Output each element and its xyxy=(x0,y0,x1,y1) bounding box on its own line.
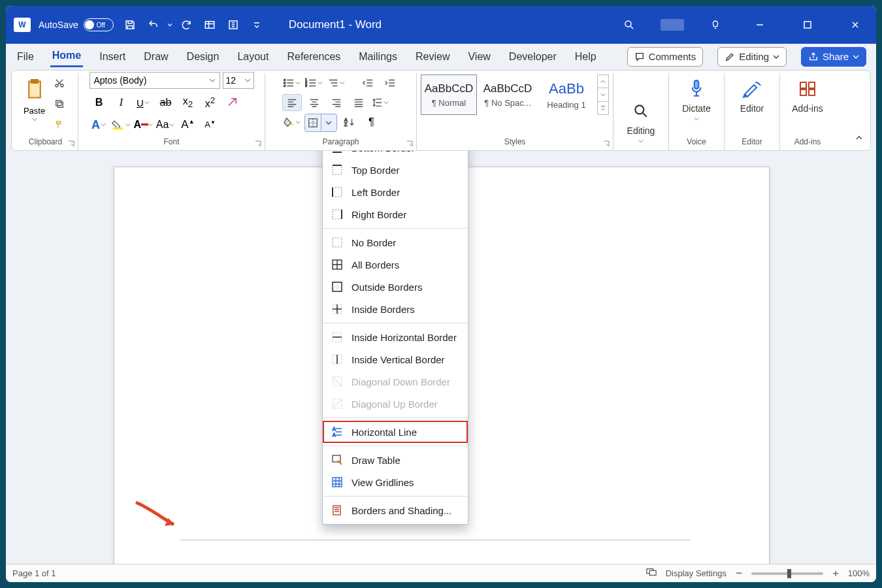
align-center-icon[interactable] xyxy=(304,94,324,111)
menu-inside-horizontal[interactable]: Inside Horizontal Border xyxy=(323,326,468,348)
autosave[interactable]: AutoSave Off xyxy=(39,18,114,31)
bullets-icon[interactable] xyxy=(282,74,302,91)
undo-icon[interactable] xyxy=(144,15,163,35)
zoom-out-icon[interactable]: − xyxy=(736,566,743,580)
highlight-icon[interactable] xyxy=(112,116,131,133)
menu-draw-table[interactable]: Draw Table xyxy=(323,449,468,471)
change-case-button[interactable]: Aa xyxy=(156,116,176,133)
dictate-button[interactable]: Dictate xyxy=(673,74,720,125)
menu-all-borders[interactable]: All Borders xyxy=(323,253,468,276)
zoom-slider[interactable] xyxy=(751,572,823,575)
dialog-launcher-icon[interactable] xyxy=(254,140,262,148)
tab-draw[interactable]: Draw xyxy=(142,47,170,67)
menu-right-border[interactable]: Right Border xyxy=(323,203,468,225)
editor-button[interactable]: Editor xyxy=(728,74,776,118)
zoom-in-icon[interactable]: + xyxy=(832,568,838,580)
undo-dropdown-icon[interactable] xyxy=(167,15,172,35)
menu-top-border[interactable]: Top Border xyxy=(323,159,468,181)
dialog-launcher-icon[interactable] xyxy=(406,140,414,148)
subscript-button[interactable]: x2 xyxy=(178,94,198,111)
zoom-thumb[interactable] xyxy=(787,569,791,578)
style-gallery-scroll[interactable] xyxy=(597,74,609,115)
tab-file[interactable]: File xyxy=(15,47,36,67)
status-page[interactable]: Page 1 of 1 xyxy=(12,568,56,578)
menu-borders-shading[interactable]: Borders and Shading... xyxy=(323,499,468,521)
share-button[interactable]: Share xyxy=(801,47,866,67)
dialog-launcher-icon[interactable] xyxy=(67,140,75,148)
style-scroll-more-icon[interactable] xyxy=(598,102,608,114)
comments-button[interactable]: Comments xyxy=(627,47,704,67)
menu-left-border[interactable]: Left Border xyxy=(323,181,468,203)
line-spacing-icon[interactable] xyxy=(371,94,391,111)
increase-indent-icon[interactable] xyxy=(380,74,400,91)
bold-button[interactable]: B xyxy=(90,94,109,111)
borders-icon[interactable] xyxy=(305,114,321,131)
editing-button[interactable]: Editing xyxy=(617,97,664,148)
addins-button[interactable]: Add-ins xyxy=(784,74,831,118)
close-button[interactable] xyxy=(842,15,868,35)
shading-icon[interactable] xyxy=(282,114,302,131)
tab-mailings[interactable]: Mailings xyxy=(357,47,399,67)
menu-horizontal-line[interactable]: AA Horizontal Line xyxy=(323,421,468,443)
align-left-icon[interactable] xyxy=(282,94,302,111)
text-effects-icon[interactable]: A xyxy=(90,116,109,133)
tab-developer[interactable]: Developer xyxy=(507,47,559,67)
borders-split-button[interactable] xyxy=(304,114,337,132)
save-icon[interactable] xyxy=(120,15,140,35)
cut-icon[interactable] xyxy=(50,74,69,91)
tab-review[interactable]: Review xyxy=(414,47,451,67)
tab-design[interactable]: Design xyxy=(185,47,221,67)
font-name-combo[interactable]: Aptos (Body) xyxy=(90,72,220,89)
search-icon[interactable] xyxy=(619,15,639,35)
decrease-indent-icon[interactable] xyxy=(358,74,378,91)
tab-help[interactable]: Help xyxy=(573,47,598,67)
underline-button[interactable]: U xyxy=(134,94,154,111)
italic-button[interactable]: I xyxy=(112,94,131,111)
style-scroll-up-icon[interactable] xyxy=(598,75,608,88)
superscript-button[interactable]: x2 xyxy=(201,94,220,111)
menu-inside-borders[interactable]: Inside Borders xyxy=(323,298,468,320)
tab-home[interactable]: Home xyxy=(50,46,83,67)
justify-icon[interactable] xyxy=(349,94,368,111)
maximize-button[interactable] xyxy=(794,15,821,35)
multilevel-icon[interactable] xyxy=(327,74,346,91)
style-normal[interactable]: AaBbCcD ¶ Normal xyxy=(421,74,477,115)
account-placeholder[interactable] xyxy=(661,19,684,31)
menu-outside-borders[interactable]: Outside Borders xyxy=(323,276,468,298)
autosave-toggle[interactable]: Off xyxy=(84,18,114,31)
style-scroll-down-icon[interactable] xyxy=(598,88,608,101)
collapse-ribbon-icon[interactable] xyxy=(855,133,864,145)
customize-qat-icon[interactable] xyxy=(247,15,267,35)
editing-mode-button[interactable]: Editing xyxy=(717,47,787,67)
menu-no-border[interactable]: No Border xyxy=(323,231,468,253)
grow-font-icon[interactable]: A▲ xyxy=(178,116,198,133)
display-settings-icon[interactable] xyxy=(646,568,657,579)
shrink-font-icon[interactable]: A▼ xyxy=(201,116,220,133)
zoom-value[interactable]: 100% xyxy=(848,568,870,578)
qat-icon-1[interactable] xyxy=(200,15,220,35)
menu-bottom-border[interactable]: Bottom Border xyxy=(323,151,468,159)
numbering-icon[interactable]: 123 xyxy=(304,74,324,91)
show-marks-icon[interactable]: ¶ xyxy=(362,114,382,131)
copy-icon[interactable] xyxy=(50,95,69,112)
style-nospacing[interactable]: AaBbCcD ¶ No Spac... xyxy=(480,74,536,115)
style-heading1[interactable]: AaBb Heading 1 xyxy=(538,74,595,115)
tab-insert[interactable]: Insert xyxy=(97,47,127,67)
minimize-button[interactable] xyxy=(747,15,773,35)
borders-dropdown-icon[interactable] xyxy=(321,114,336,131)
tab-view[interactable]: View xyxy=(466,47,492,67)
inserted-horizontal-line[interactable] xyxy=(180,540,691,540)
sort-icon[interactable]: AZ xyxy=(340,114,359,131)
clear-format-icon[interactable] xyxy=(223,94,242,111)
paste-button[interactable]: Paste xyxy=(22,74,47,122)
font-color-icon[interactable]: A xyxy=(134,116,154,133)
document-area[interactable]: Bottom Border Top Border Left Border Rig… xyxy=(6,151,876,564)
display-settings-label[interactable]: Display Settings xyxy=(666,568,727,578)
tab-references[interactable]: References xyxy=(285,47,342,67)
redo-icon[interactable] xyxy=(176,15,196,35)
dialog-launcher-icon[interactable] xyxy=(602,140,610,148)
font-size-combo[interactable]: 12 xyxy=(223,72,254,89)
format-painter-icon[interactable] xyxy=(50,116,69,133)
qat-icon-2[interactable] xyxy=(223,15,243,35)
tab-layout[interactable]: Layout xyxy=(235,47,270,67)
